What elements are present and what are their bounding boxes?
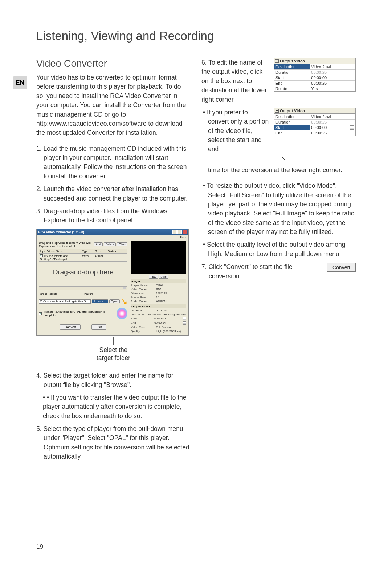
target-folder-input[interactable]: C:\Documents and Settings\xl\My Do [39, 299, 91, 304]
col-type: Type [81, 249, 94, 253]
ov1-row-start[interactable]: Start00:00:00 [274, 75, 355, 80]
clear-button[interactable]: Clear [117, 242, 127, 246]
ov2-row-start[interactable]: Start00:00:00 [274, 125, 355, 130]
val-video-mode[interactable]: Full Screen [156, 326, 186, 329]
collapse-icon[interactable]: − [275, 59, 279, 63]
screenshot-left-pane: Drag-and-drop video files from Windows E… [39, 241, 127, 333]
ov2-row-end[interactable]: End00:00:25 [274, 130, 355, 136]
start-spinner[interactable] [183, 317, 186, 320]
ov2-start-value[interactable]: 00:00:00 [310, 125, 355, 130]
cursor-icon: ↖ [281, 155, 286, 161]
play-button[interactable]: Play [149, 275, 158, 279]
val-player-name: OPAL [156, 284, 186, 287]
ov1-end-value[interactable]: 00:00:25 [310, 81, 355, 86]
row-file: C:\Documents and Settings\xl\Desktop\1 [40, 254, 68, 261]
language-tab: EN [13, 76, 27, 89]
screenshot-right-pane: Play Stop Player Player NameOPAL Video C… [129, 241, 186, 333]
drag-hint: Drag-and-drop video files from Windows E… [39, 241, 93, 248]
lbl-start: Start [131, 317, 154, 320]
step-1: 1. Load the music management CD included… [36, 144, 191, 181]
step-4: 4. Select the target folder and enter th… [36, 371, 191, 390]
open-button[interactable]: Open [109, 299, 120, 303]
page-number: 19 [36, 543, 43, 550]
lbl-dimension: Dimension [131, 292, 156, 295]
transfer-checkbox-label: Transfer output files to OPAL after conv… [44, 310, 114, 317]
exit-button[interactable]: Exit [91, 324, 106, 330]
add-button[interactable]: Add [94, 242, 103, 246]
minimize-icon[interactable] [172, 230, 177, 234]
ov2-row-duration: Duration00:00:25 [274, 119, 355, 125]
lbl-duration: Duration [131, 309, 156, 312]
close-icon[interactable] [183, 230, 187, 234]
col-status: Status [107, 249, 127, 253]
bullet-portion-text: If you prefer to convert only a portion … [207, 109, 269, 153]
ov1-start-value[interactable]: 00:00:00 [310, 75, 355, 80]
ov1-rotate-label: Rotate [274, 86, 310, 91]
drag-drop-zone-label: Drag-and-drop here [39, 262, 127, 286]
val-start: 00:00:00 [154, 317, 183, 320]
row-type: WMV [81, 254, 94, 261]
bullet-quality-text: Select the quality level of the output v… [207, 241, 345, 257]
file-table-header: Input Video Files Type Size Status [39, 249, 127, 254]
section-title-video-converter: Video Converter [36, 58, 191, 69]
val-duration: 00:00:34 [156, 309, 186, 312]
maximize-icon[interactable] [177, 230, 182, 234]
step-3: 3. Drag-and-drop video files from the Wi… [36, 207, 191, 225]
menu-help[interactable]: Help [180, 235, 186, 239]
ov1-header: Output Video [280, 59, 305, 63]
lbl-frame-rate: Frame Rate [131, 296, 156, 299]
content-area: Video Converter Your video has to be con… [36, 58, 356, 465]
lbl-video-mode: Video Mode [131, 326, 156, 329]
bullet-resize: To resize the output video, click "Video… [201, 181, 356, 237]
val-quality[interactable]: High (200MB/Hour) [156, 330, 186, 333]
left-column: Video Converter Your video has to be con… [36, 58, 191, 465]
step-4-bullet: • If you want to transfer the video outp… [36, 393, 191, 421]
transfer-checkbox[interactable] [39, 312, 42, 315]
target-folder-label: Target Folder: [39, 292, 83, 295]
ov2-header: Output Video [280, 109, 305, 113]
drop-arrow-icon: ↘ [121, 297, 127, 306]
stop-button[interactable]: Stop [159, 275, 168, 279]
horizontal-scrollbar[interactable] [39, 286, 127, 290]
col-input: Input Video Files [39, 249, 81, 253]
window-titlebar: RCA Video Converter (1.2.5.0) [37, 229, 188, 235]
val-audio-codec: ADPCM [156, 300, 186, 303]
ov2-start-label: Start [274, 125, 310, 130]
delete-button[interactable]: Delete [104, 242, 116, 246]
convert-button[interactable]: Convert [60, 324, 81, 330]
browse-button[interactable]: Browse… [92, 299, 108, 303]
lbl-player-name: Player Name [131, 284, 156, 287]
ov2-destination-label: Destination [274, 114, 310, 119]
converter-screenshot: RCA Video Converter (1.2.5.0) Help Drag-… [36, 229, 189, 336]
lbl-video-codec: Video Codec [131, 288, 156, 291]
ov1-rotate-value[interactable]: Yes [310, 86, 355, 91]
ov1-duration-label: Duration [274, 70, 310, 75]
row-checkbox[interactable] [40, 254, 43, 257]
lbl-quality: Quality [131, 330, 156, 333]
ov1-row-end[interactable]: End00:00:25 [274, 80, 355, 86]
ov2-duration-label: Duration [274, 120, 310, 125]
disc-icon [117, 308, 127, 319]
ov2-duration-value: 00:00:25 [310, 120, 355, 125]
collapse-icon[interactable]: − [275, 109, 279, 113]
val-dimension: 128*128 [156, 292, 186, 295]
ov2-end-value[interactable]: 00:00:25 [310, 130, 355, 136]
end-spinner[interactable] [183, 321, 186, 325]
ov2-destination-value[interactable]: Video 2.avi [310, 114, 355, 119]
val-destination: refunk101_laughdog_avi.smv [148, 313, 186, 316]
ov1-row-destination[interactable]: DestinationVideo 2.avi [274, 64, 355, 69]
ov1-end-label: End [274, 81, 310, 86]
section-output: Output Video [131, 304, 186, 308]
bullet-quality: Select the quality level of the output v… [201, 240, 356, 259]
file-row[interactable]: C:\Documents and Settings\xl\Desktop\1 W… [39, 254, 127, 262]
output-video-table-1: −Output Video DestinationVideo 2.avi Dur… [274, 58, 356, 92]
ov2-row-destination[interactable]: DestinationVideo 2.avi [274, 114, 355, 119]
ov1-destination-value[interactable]: Video 2.avi [310, 64, 355, 69]
section-player: Player [131, 279, 186, 283]
start-spinner[interactable] [350, 125, 354, 130]
val-frame-rate: 14 [156, 296, 186, 299]
ov1-row-rotate[interactable]: RotateYes [274, 86, 355, 91]
portion-continuation: time for the conversion at the lower rig… [201, 166, 356, 175]
intro-paragraph: Your video has to be converted to optimu… [36, 73, 191, 138]
convert-button-illustration[interactable]: Convert [327, 263, 356, 272]
